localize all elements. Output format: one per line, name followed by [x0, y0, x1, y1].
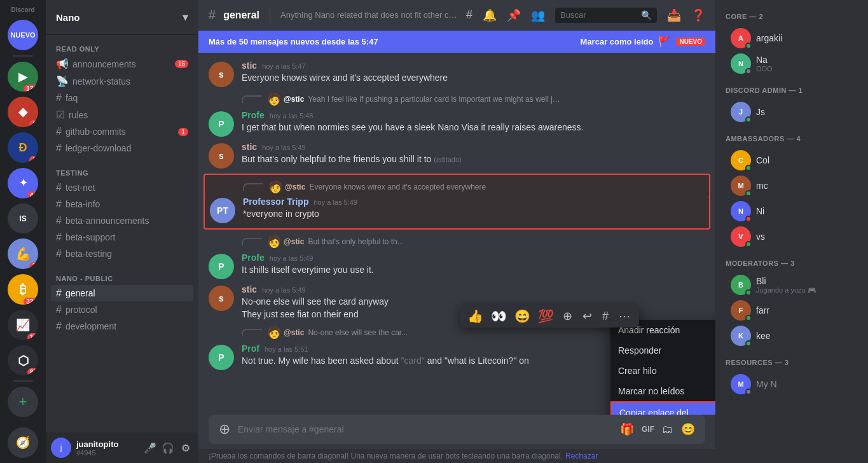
message-author[interactable]: stic: [242, 60, 257, 71]
rs-member-info: Bli Jugando a yuzu 🎮: [756, 276, 816, 294]
server-icon-5[interactable]: IS: [8, 204, 38, 234]
server-icon-8[interactable]: 📈17: [8, 310, 38, 340]
pin-icon[interactable]: 📌: [507, 8, 521, 22]
server-name-header[interactable]: Nano ▾: [46, 0, 198, 35]
channel-beta-support[interactable]: # beta-support: [51, 229, 193, 245]
server-icon-6[interactable]: 💪7: [8, 238, 38, 269]
channel-badge: 1: [178, 128, 188, 136]
rs-member-myn[interactable]: M My N: [720, 371, 863, 397]
message-input[interactable]: [238, 424, 612, 434]
message-group: P Profe hoy a las 5:48 I get that but wh…: [198, 110, 715, 139]
rs-member-farr[interactable]: F farr: [720, 298, 863, 323]
server-icon-4[interactable]: ✦48: [8, 168, 38, 198]
message-author[interactable]: Profe: [242, 110, 265, 120]
emoji-thread-icon[interactable]: #: [598, 308, 612, 324]
rs-member-na[interactable]: N Na OOO: [720, 51, 863, 76]
attach-icon[interactable]: ⊕: [219, 421, 230, 438]
message-author[interactable]: Professor Tripp: [243, 197, 308, 207]
server-icon-3[interactable]: Ð3: [8, 132, 38, 163]
message-timestamp: hoy a las 5:51: [265, 345, 308, 353]
avatar: s: [209, 143, 234, 169]
channel-name: beta-testing: [65, 249, 188, 259]
message-author[interactable]: stic: [242, 142, 257, 152]
deafen-button[interactable]: 🎧: [160, 440, 176, 455]
user-tag: #4945: [76, 449, 137, 457]
channel-faq[interactable]: # faq: [51, 90, 193, 106]
emoji-100[interactable]: 💯: [535, 307, 556, 325]
channel-general[interactable]: # general: [51, 285, 193, 301]
hash-icon: #: [56, 215, 62, 226]
rs-member-kee[interactable]: K kee: [720, 323, 863, 349]
mute-button[interactable]: 🎤: [142, 440, 158, 455]
member-avatar: N: [731, 53, 751, 74]
server-icon-7[interactable]: ₿337: [8, 274, 38, 305]
message-author[interactable]: Profe: [242, 252, 265, 263]
member-avatar: J: [731, 102, 751, 122]
channel-network-status[interactable]: 📡 network-status: [51, 73, 193, 90]
context-mark-unread[interactable]: Marcar no leídos: [610, 381, 715, 401]
message-author[interactable]: stic: [242, 284, 257, 294]
bottom-bar-link[interactable]: Rechazar: [565, 452, 598, 460]
user-controls: 🎤 🎧 ⚙: [142, 440, 193, 455]
emoji-reaction-bar: 👍 👀 😄 💯 ⊕ ↩ # ⋯: [460, 305, 639, 328]
members-icon[interactable]: 👥: [531, 8, 545, 22]
emoji-icon[interactable]: 😊: [681, 422, 695, 436]
channel-development[interactable]: # development: [51, 318, 193, 335]
search-input[interactable]: [560, 10, 637, 20]
hashtag-icon[interactable]: #: [466, 8, 472, 22]
rs-member-ni[interactable]: N Ni: [720, 198, 863, 224]
channel-github-commits[interactable]: # github-commits 1: [51, 123, 193, 140]
context-copy-link[interactable]: Copiar enlace del mensaje: [610, 401, 715, 415]
server-icon-1[interactable]: ▶170: [8, 62, 38, 92]
emoji-eyes[interactable]: 👀: [488, 307, 509, 325]
channel-name: ledger-download: [65, 143, 188, 153]
channel-beta-testing[interactable]: # beta-testing: [51, 245, 193, 262]
channel-name: announcements: [72, 59, 171, 69]
rs-member-argakii[interactable]: A argakii: [720, 25, 863, 51]
rs-member-col[interactable]: C Col: [720, 148, 863, 173]
message-author[interactable]: Prof: [242, 343, 259, 354]
channel-protocol[interactable]: # protocol: [51, 301, 193, 318]
server-icon-9[interactable]: ⬡87: [8, 345, 38, 376]
server-icon-explore[interactable]: 🧭: [8, 427, 38, 458]
channel-beta-info[interactable]: # beta-info: [51, 196, 193, 212]
gif-icon[interactable]: GIF: [642, 425, 654, 434]
help-icon[interactable]: ❓: [691, 8, 705, 22]
reply-connector: [242, 329, 262, 336]
context-create-thread[interactable]: Crear hilo: [610, 361, 715, 381]
channel-rules[interactable]: ☑ rules: [51, 106, 193, 123]
channel-name: faq: [65, 93, 188, 103]
messages-area[interactable]: s stic hoy a las 5:47 Everyone knows wir…: [198, 53, 715, 415]
channel-name: test-net: [65, 183, 188, 193]
gift-icon[interactable]: 🎁: [620, 422, 634, 436]
server-icon-add[interactable]: +: [8, 387, 38, 417]
rs-member-vs[interactable]: V vs: [720, 224, 863, 249]
context-reply[interactable]: Responder: [610, 340, 715, 361]
rs-member-js[interactable]: J Js: [720, 99, 863, 125]
bell-icon[interactable]: 🔔: [483, 8, 497, 22]
new-messages-banner[interactable]: Más de 50 mensajes nuevos desde las 5:47…: [198, 31, 715, 53]
rs-member-name: argakii: [756, 33, 782, 43]
channel-test-net[interactable]: # test-net: [51, 179, 193, 196]
nuevo-badge: NUEVO: [676, 38, 705, 46]
search-bar[interactable]: 🔍: [555, 8, 657, 23]
rs-member-mc[interactable]: M mc: [720, 173, 863, 198]
emoji-thumbsup[interactable]: 👍: [465, 307, 486, 325]
avatar: P: [209, 254, 234, 279]
mark-read-button[interactable]: Marcar como leído: [581, 37, 654, 46]
channel-ledger-download[interactable]: # ledger-download: [51, 140, 193, 156]
message-content: Professor Tripp hoy a las 5:49 *everyone…: [243, 197, 704, 223]
rs-member-bli[interactable]: B Bli Jugando a yuzu 🎮: [720, 272, 863, 298]
emoji-react-icon[interactable]: ↩: [579, 308, 596, 324]
settings-button[interactable]: ⚙: [178, 440, 193, 455]
emoji-smile[interactable]: 😄: [512, 307, 533, 325]
member-name: Na: [756, 55, 773, 65]
server-icon-nuevo[interactable]: NUEVO: [8, 20, 38, 50]
emoji-more-icon[interactable]: ⊕: [559, 308, 576, 324]
inbox-icon[interactable]: 📥: [667, 8, 681, 22]
channel-announcements[interactable]: 📢 announcements 16: [51, 55, 193, 73]
emoji-more-options-icon[interactable]: ⋯: [615, 308, 634, 324]
channel-beta-announcements[interactable]: # beta-announcements: [51, 212, 193, 229]
sticker-icon[interactable]: 🗂: [662, 423, 673, 436]
server-icon-2[interactable]: ◆3: [8, 97, 38, 127]
